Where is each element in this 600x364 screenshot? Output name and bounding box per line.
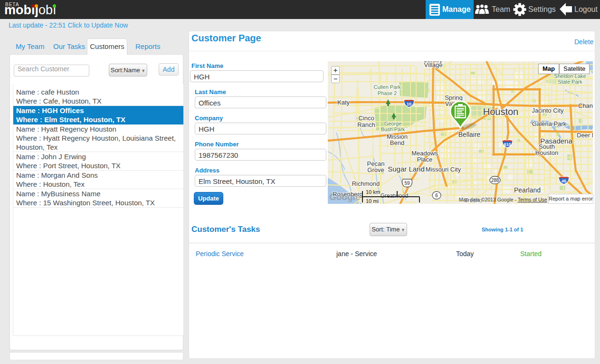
svg-text:Sugar Land: Sugar Land [388, 165, 425, 173]
svg-text:Missouri City: Missouri City [426, 166, 461, 173]
svg-text:610: 610 [504, 142, 511, 147]
svg-text:Houston: Houston [483, 106, 519, 117]
svg-text:Cullen Park: Cullen Park [374, 84, 401, 90]
svg-text:State Park: State Park [558, 79, 582, 85]
svg-text:Jacinto City: Jacinto City [532, 107, 564, 114]
svg-text:Houston: Houston [535, 149, 558, 156]
svg-text:Deer Pa: Deer Pa [577, 132, 593, 139]
svg-text:Richmond: Richmond [352, 180, 380, 187]
svg-text:Katy: Katy [337, 99, 350, 106]
svg-text:59: 59 [404, 181, 410, 186]
svg-text:Cinco: Cinco [358, 115, 374, 122]
svg-text:10 mi: 10 mi [366, 198, 379, 204]
svg-text:10: 10 [407, 102, 411, 106]
svg-text:Place: Place [417, 156, 433, 163]
svg-text:Jersey: Jersey [424, 61, 443, 64]
svg-text:Phase 2: Phase 2 [378, 90, 397, 96]
svg-text:Pearland: Pearland [514, 186, 541, 194]
svg-text:Galena Park: Galena Park [532, 120, 567, 127]
svg-text:Bush Park: Bush Park [381, 126, 405, 132]
svg-text:Grove: Grove [367, 166, 384, 173]
svg-text:Bellaire: Bellaire [458, 131, 481, 138]
svg-text:6: 6 [435, 193, 438, 198]
svg-text:45: 45 [562, 179, 566, 183]
svg-text:Channel: Channel [578, 102, 593, 109]
svg-text:George: George [384, 121, 402, 126]
svg-text:Ranch: Ranch [357, 121, 375, 128]
svg-text:Bend: Bend [390, 139, 404, 146]
svg-text:10 km: 10 km [366, 189, 380, 195]
svg-text:288: 288 [491, 178, 499, 183]
